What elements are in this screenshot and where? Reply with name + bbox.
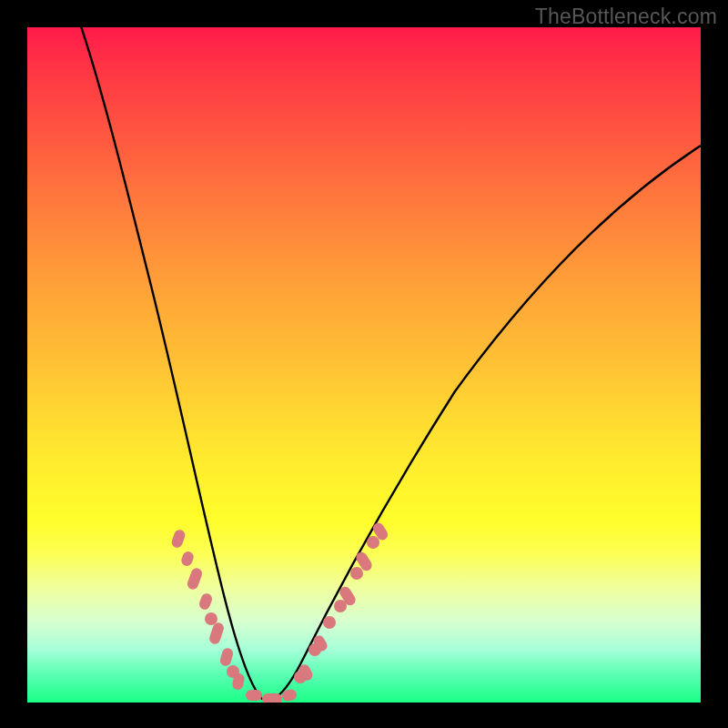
svg-point-16 (323, 616, 336, 629)
bottleneck-curve (78, 27, 701, 700)
svg-point-4 (205, 612, 217, 625)
svg-point-19 (350, 567, 363, 580)
marker-group (170, 521, 389, 703)
svg-rect-10 (262, 693, 282, 703)
svg-rect-9 (246, 690, 262, 701)
plot-area (27, 27, 701, 703)
svg-rect-1 (180, 550, 196, 567)
svg-rect-3 (197, 592, 213, 611)
chart-frame: TheBottleneck.com (0, 0, 728, 728)
svg-rect-2 (186, 567, 203, 592)
svg-point-21 (367, 536, 379, 549)
curve-svg (27, 27, 701, 703)
svg-rect-0 (170, 529, 187, 550)
watermark-text: TheBottleneck.com (535, 5, 717, 29)
svg-rect-6 (218, 647, 234, 668)
